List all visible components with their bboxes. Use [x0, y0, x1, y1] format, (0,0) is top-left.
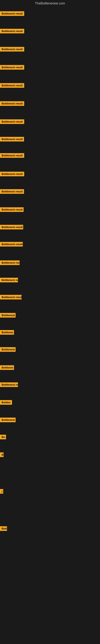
bottleneck-item: Bottleneck result: [0, 119, 24, 125]
bottleneck-label: Bottleneck re: [0, 382, 18, 387]
bottleneck-item: B: [0, 452, 3, 458]
bottleneck-label: Bottlen: [0, 400, 12, 405]
bottleneck-label: Bottlenec: [0, 365, 14, 370]
bottleneck-label: Bottleneck result: [0, 137, 24, 142]
bottleneck-label: Bottleneck result: [0, 189, 24, 194]
bottleneck-item: Bottleneck: [0, 347, 16, 352]
bottleneck-label: Bottleneck result: [0, 65, 24, 70]
bottleneck-item: Bottleneck result: [0, 207, 24, 213]
bottleneck-item: Bottleneck re: [0, 278, 18, 283]
bottleneck-item: Bottleneck result: [0, 260, 20, 266]
bottleneck-item: Bottleneck result: [0, 65, 24, 70]
bottleneck-item: Bottleneck result: [0, 29, 24, 34]
bottleneck-label: Bottleneck result: [0, 47, 24, 52]
bottleneck-label: Bottleneck result: [0, 101, 24, 106]
bottleneck-label: Bo: [0, 435, 6, 439]
bottleneck-label: Bottleneck result: [0, 153, 24, 158]
bottleneck-item: Bottleneck resul: [0, 295, 22, 300]
bottleneck-label: Bottleneck resul: [0, 295, 22, 300]
bottleneck-label: Bottleneck: [0, 418, 16, 422]
bottleneck-item: Bottlenec: [0, 330, 14, 336]
bottleneck-item: Bottleneck result: [0, 11, 24, 17]
bottleneck-item: Bottleneck result: [0, 101, 24, 107]
bottleneck-label: Bottleneck re: [0, 278, 18, 282]
bottleneck-label: Bottleneck result: [0, 29, 24, 34]
bottleneck-item: Bottleneck result: [0, 137, 24, 142]
bottleneck-label: Bottleneck: [0, 313, 16, 318]
bottleneck-label: Bottlenec: [0, 330, 14, 335]
bottleneck-item: Bottleneck result: [0, 242, 23, 247]
bottleneck-label: Bottleneck result: [0, 119, 24, 124]
bottleneck-item: Bottleneck result: [0, 189, 24, 194]
bottleneck-label: Bottleneck: [0, 347, 16, 352]
bottleneck-label: Bottleneck result: [0, 207, 24, 212]
bottleneck-label: Bottleneck result: [0, 172, 24, 176]
bottleneck-item: Bottleneck: [0, 313, 16, 318]
site-title: TheBottlenecker.com: [0, 0, 100, 7]
bottleneck-label: Bottleneck result: [0, 83, 24, 88]
bottleneck-item: Bottlen: [0, 400, 12, 406]
bottleneck-label: Bott: [0, 526, 7, 531]
bottleneck-item: Bottleneck re: [0, 382, 18, 388]
bottleneck-label: B: [0, 452, 3, 457]
bottleneck-label: Bottleneck result: [0, 11, 24, 16]
bottleneck-item: |: [0, 489, 3, 494]
bottleneck-label: Bottleneck result: [0, 260, 20, 265]
bottleneck-label: Bottleneck result: [0, 225, 23, 230]
bottleneck-item: Bottleneck result: [0, 47, 24, 52]
bottleneck-item: Bottleneck result: [0, 225, 23, 230]
bottleneck-item: Bott: [0, 526, 7, 532]
bottleneck-label: |: [0, 489, 3, 494]
bottleneck-item: Bottleneck: [0, 418, 16, 423]
bottleneck-item: Bottleneck result: [0, 153, 24, 158]
bottleneck-item: Bo: [0, 435, 6, 440]
bottleneck-item: Bottleneck result: [0, 172, 24, 177]
bottleneck-item: Bottleneck result: [0, 83, 24, 88]
bottleneck-label: Bottleneck result: [0, 242, 23, 246]
bottleneck-item: Bottlenec: [0, 365, 14, 371]
